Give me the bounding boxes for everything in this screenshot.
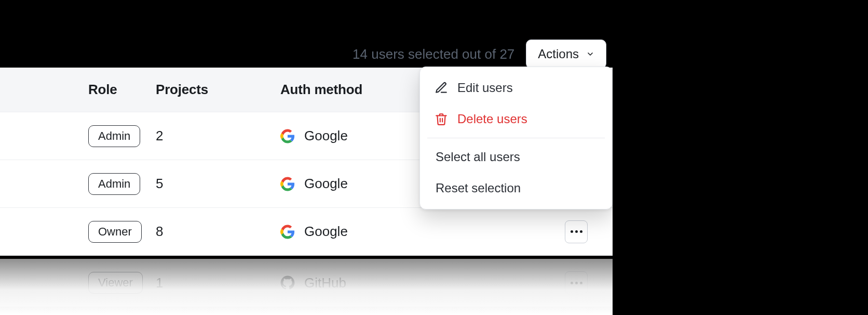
projects-count: 5	[156, 176, 163, 191]
auth-provider: Google	[304, 176, 348, 192]
column-header-role[interactable]: Role	[88, 82, 117, 97]
faded-row-preview: Viewer 1 GitHub	[0, 259, 613, 315]
chevron-down-icon	[586, 50, 594, 58]
menu-item-label: Edit users	[457, 81, 513, 95]
menu-item-delete-users[interactable]: Delete users	[420, 103, 612, 135]
table-row[interactable]: Owner 8 Google	[0, 208, 613, 256]
auth-provider: GitHub	[304, 275, 346, 291]
auth-provider: Google	[304, 224, 348, 240]
role-badge: Viewer	[88, 272, 143, 294]
auth-provider: Google	[304, 128, 348, 144]
menu-item-label: Delete users	[457, 112, 527, 126]
menu-item-select-all[interactable]: Select all users	[420, 141, 612, 173]
menu-item-label: Select all users	[436, 150, 520, 164]
google-icon	[280, 129, 295, 143]
row-more-button[interactable]	[565, 220, 588, 243]
google-icon	[280, 177, 295, 191]
menu-item-label: Reset selection	[436, 181, 521, 195]
menu-item-reset-selection[interactable]: Reset selection	[420, 173, 612, 204]
role-badge: Admin	[88, 173, 140, 195]
row-more-button	[565, 271, 588, 294]
selection-count-text: 14 users selected out of 27	[352, 46, 514, 62]
actions-menu: Edit users Delete users Select all users…	[419, 67, 613, 209]
github-icon	[280, 275, 295, 290]
column-header-projects[interactable]: Projects	[156, 82, 208, 97]
more-icon	[571, 230, 573, 233]
role-badge: Owner	[88, 221, 142, 243]
role-badge: Admin	[88, 125, 140, 147]
trash-icon	[435, 112, 448, 126]
table-toolbar: 14 users selected out of 27 Actions	[0, 40, 613, 69]
menu-item-edit-users[interactable]: Edit users	[420, 72, 612, 103]
actions-button[interactable]: Actions	[526, 40, 606, 69]
projects-count: 2	[156, 128, 163, 143]
google-icon	[280, 225, 295, 239]
menu-separator	[427, 138, 605, 138]
projects-count: 8	[156, 224, 163, 239]
edit-icon	[435, 81, 448, 95]
actions-button-label: Actions	[538, 47, 579, 61]
projects-count: 1	[156, 275, 163, 291]
column-header-auth[interactable]: Auth method	[280, 82, 362, 97]
